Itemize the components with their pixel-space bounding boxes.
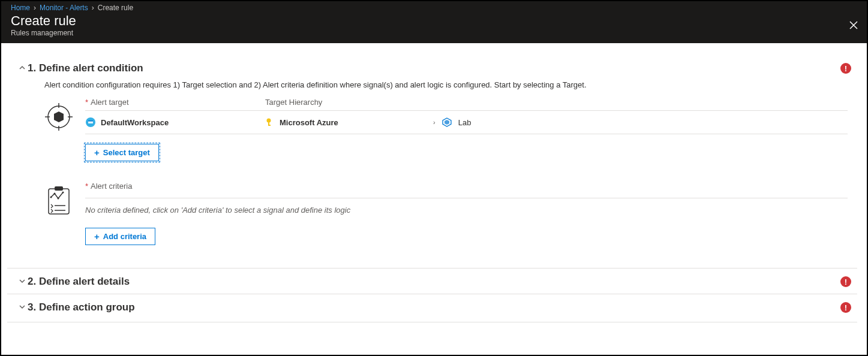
chevron-down-icon [17, 277, 28, 286]
select-target-button[interactable]: + Select target [85, 144, 159, 161]
status-badge-error: ! [840, 302, 851, 313]
hierarchy-subscription-value: Microsoft Azure [280, 118, 338, 127]
page-title: Create rule [11, 13, 857, 29]
target-hierarchy-label: Target Hierarchy [265, 98, 848, 107]
svg-rect-11 [268, 125, 271, 126]
status-badge-error: ! [840, 63, 851, 74]
alert-criteria-block: *Alert criteria No criteria defined, cli… [44, 182, 848, 245]
svg-point-19 [62, 192, 64, 194]
plus-icon: + [94, 231, 100, 242]
breadcrumb-sep-icon: › [34, 4, 36, 12]
criteria-empty-message: No criteria defined, click on 'Add crite… [85, 198, 848, 218]
required-indicator: * [85, 98, 88, 107]
svg-point-17 [54, 193, 56, 195]
section-1-title: 1. Define alert condition [28, 62, 840, 74]
svg-rect-15 [55, 186, 63, 191]
section-1-description: Alert condition configuration requires 1… [44, 80, 848, 89]
target-icon [44, 102, 73, 131]
workspace-icon [85, 117, 96, 128]
chevron-right-icon: › [433, 119, 435, 126]
plus-icon: + [94, 147, 100, 158]
content-area: 1. Define alert condition ! Alert condit… [1, 43, 867, 322]
section-3-title: 3. Define action group [28, 301, 840, 313]
svg-point-18 [58, 198, 59, 200]
breadcrumb-sep-icon: › [92, 4, 94, 12]
section-2-title: 2. Define alert details [28, 276, 840, 288]
svg-point-16 [50, 197, 52, 198]
close-button[interactable] [849, 20, 858, 33]
breadcrumb-home[interactable]: Home [11, 4, 30, 12]
add-criteria-button[interactable]: + Add criteria [85, 228, 155, 245]
breadcrumb-monitor-alerts[interactable]: Monitor - Alerts [40, 4, 88, 12]
key-icon [265, 117, 275, 127]
svg-marker-13 [444, 120, 449, 125]
page-subtitle: Rules management [11, 29, 857, 37]
alert-target-value: DefaultWorkspace [101, 118, 169, 127]
criteria-icon [44, 186, 73, 215]
breadcrumb-current: Create rule [98, 4, 133, 12]
target-row: DefaultWorkspace Microsoft Azure › Lab [85, 111, 848, 134]
chevron-up-icon [17, 64, 28, 73]
resource-group-icon [441, 117, 452, 128]
required-indicator: * [85, 182, 88, 191]
alert-target-label: Alert target [91, 98, 129, 107]
hierarchy-rg-value: Lab [458, 118, 471, 127]
section-3-header[interactable]: 3. Define action group ! [7, 294, 857, 319]
close-icon [849, 20, 858, 30]
header-bar: Home › Monitor - Alerts › Create rule Cr… [1, 1, 867, 43]
svg-marker-5 [54, 111, 64, 122]
section-1-header[interactable]: 1. Define alert condition ! [7, 55, 857, 80]
svg-rect-8 [88, 120, 93, 122]
section-2-header[interactable]: 2. Define alert details ! [7, 268, 857, 294]
chevron-down-icon [17, 303, 28, 312]
alert-criteria-label: Alert criteria [91, 182, 132, 191]
breadcrumb: Home › Monitor - Alerts › Create rule [11, 1, 857, 12]
status-badge-error: ! [840, 276, 851, 287]
alert-target-block: *Alert target Target Hierarchy DefaultWo… [44, 98, 848, 161]
section-1-body: Alert condition configuration requires 1… [7, 80, 857, 268]
